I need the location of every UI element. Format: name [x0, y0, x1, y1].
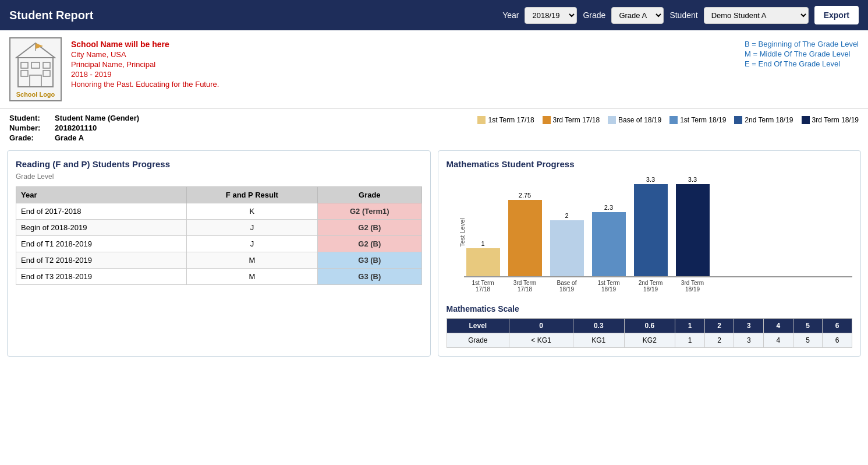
math-title: Mathematics Student Progress	[447, 159, 853, 169]
student-info-section: Student: Student Name (Gender) Number: 2…	[0, 109, 868, 145]
bar-label: 1st Term 18/19	[592, 280, 626, 293]
legend-item: 3rd Term 18/19	[802, 116, 859, 124]
grade-label: Grade	[583, 10, 605, 20]
bar-wrap: 3.3	[634, 176, 668, 276]
student-name-label: Student:	[9, 114, 50, 122]
school-logo: School Logo	[9, 37, 62, 101]
export-button[interactable]: Export	[814, 6, 859, 24]
school-city: City Name, USA	[71, 50, 219, 59]
year-select[interactable]: 2018/19 2017/18 2019/20	[525, 7, 577, 24]
student-grade-value: Grade A	[55, 133, 84, 142]
bar-label: 3rd Term 18/19	[676, 280, 710, 293]
legend-item: 1st Term 18/19	[669, 116, 726, 124]
student-name-value: Student Name (Gender)	[55, 114, 139, 122]
school-section: School Logo School Name will be here Cit…	[0, 30, 868, 109]
legend-color	[477, 116, 486, 124]
scale-header: 4	[764, 319, 793, 333]
scale-header: 1	[675, 319, 705, 333]
scale-grade-cell: 1	[675, 333, 705, 348]
bar-rect	[676, 184, 710, 276]
school-year: 2018 - 2019	[71, 70, 219, 79]
col-grade: Grade	[318, 187, 421, 203]
student-select[interactable]: Demo Student A Demo Student B	[704, 7, 809, 24]
school-info: School Name will be here City Name, USA …	[71, 37, 219, 89]
top-bar: Student Report Year 2018/19 2017/18 2019…	[0, 0, 868, 30]
legend-color	[734, 116, 742, 124]
scale-header: 6	[823, 319, 852, 333]
scale-header: 0.3	[573, 319, 624, 333]
year-label: Year	[502, 10, 519, 20]
student-label: Student	[669, 10, 697, 20]
legend-color	[543, 116, 551, 124]
y-axis-label: Test Level	[458, 218, 465, 247]
cell-year: End of T1 2018-2019	[16, 236, 187, 252]
legend-b: B = Beginning of The Grade Level	[745, 40, 859, 48]
scale-header: 0.6	[624, 319, 675, 333]
cell-year: End of T2 2018-2019	[16, 252, 187, 269]
cell-year: End of T3 2018-2019	[16, 269, 187, 285]
bar-label: 2nd Term 18/19	[634, 280, 668, 293]
scale-table: Level00.30.6123456Grade< KG1KG1KG2123456	[447, 318, 853, 348]
bar-value: 3.3	[688, 176, 697, 183]
legend-color	[608, 116, 616, 124]
bar-label: 3rd Term 17/18	[508, 280, 542, 293]
bar-rect	[634, 184, 668, 276]
grade-select[interactable]: Grade A Grade B Grade C	[611, 7, 664, 24]
legend-color	[669, 116, 678, 124]
bar-label: Base of 18/19	[550, 280, 584, 293]
legend-label: 1st Term 18/19	[680, 116, 726, 124]
bar-value: 3.3	[646, 176, 655, 183]
scale-header: 3	[734, 319, 764, 333]
reading-card: Reading (F and P) Students Progress Grad…	[7, 150, 431, 357]
bar-value: 1	[481, 240, 484, 247]
school-logo-text: School Logo	[16, 91, 55, 98]
cell-result: K	[186, 203, 318, 220]
page-title: Student Report	[9, 9, 93, 22]
cell-grade: G2 (B)	[318, 236, 421, 252]
svg-rect-5	[21, 71, 28, 76]
table-row: Begin of 2018-2019 J G2 (B)	[16, 220, 422, 236]
scale-grade-cell: KG2	[624, 333, 675, 348]
math-card: Mathematics Student Progress Test Level …	[438, 150, 862, 357]
scale-header: Level	[447, 319, 509, 333]
scale-grade-label: Grade	[447, 333, 509, 348]
svg-rect-2	[30, 75, 41, 87]
svg-rect-3	[21, 62, 28, 68]
table-row: End of T3 2018-2019 M G3 (B)	[16, 269, 422, 285]
svg-rect-6	[43, 71, 50, 76]
school-principal: Principal Name, Principal	[71, 60, 219, 69]
scale-grade-cell: 5	[793, 333, 823, 348]
scale-grade-cell: < KG1	[509, 333, 573, 348]
table-row: End of 2017-2018 K G2 (Term1)	[16, 203, 422, 220]
bar-rect	[550, 220, 584, 276]
col-year: Year	[16, 187, 187, 203]
cell-result: J	[186, 236, 318, 252]
legend-label: 2nd Term 18/19	[745, 116, 793, 124]
scale-grade-cell: 6	[823, 333, 852, 348]
bar-wrap: 2	[550, 212, 584, 276]
scale-header: 0	[509, 319, 573, 333]
bar-wrap: 2.3	[592, 204, 626, 276]
scale-header: 5	[793, 319, 823, 333]
student-grade-label: Grade:	[9, 133, 50, 142]
cell-grade: G2 (Term1)	[318, 203, 421, 220]
legend-item: 3rd Term 17/18	[543, 116, 600, 124]
table-row: End of T2 2018-2019 M G3 (B)	[16, 252, 422, 269]
legend-label: Base of 18/19	[618, 116, 661, 124]
scale-title: Mathematics Scale	[447, 304, 853, 313]
student-number-value: 2018201110	[55, 124, 97, 132]
cell-year: Begin of 2018-2019	[16, 220, 187, 236]
main-grid: Reading (F and P) Students Progress Grad…	[0, 145, 868, 362]
reading-title: Reading (F and P) Students Progress	[16, 159, 422, 169]
bar-wrap: 3.3	[676, 176, 710, 276]
cell-grade: G2 (B)	[318, 220, 421, 236]
legend-label: 3rd Term 17/18	[553, 116, 600, 124]
bar-rect	[508, 200, 542, 276]
legend-color	[802, 116, 810, 124]
student-number-label: Number:	[9, 124, 50, 132]
svg-rect-4	[43, 62, 50, 68]
cell-result: M	[186, 252, 318, 269]
bar-rect	[592, 212, 626, 276]
bar-value: 2.75	[519, 192, 531, 199]
legend-m: M = Middle Of The Grade Level	[745, 50, 859, 58]
